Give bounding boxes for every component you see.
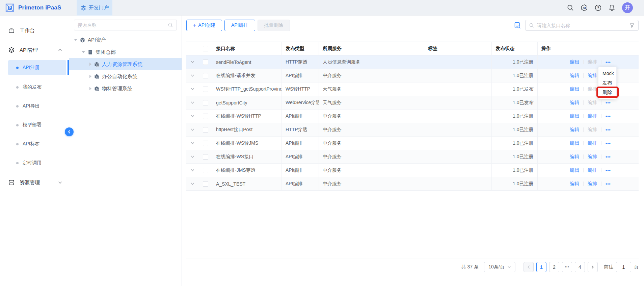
row-checkbox[interactable] [203,141,208,146]
row-expand-chevron-icon[interactable] [190,141,195,145]
tab-dev-portal[interactable]: 开发门户 [77,0,112,16]
caret-right-icon[interactable] [89,87,91,90]
table-row[interactable]: 在线编排-请求并发API编排中介服务1.0已注册编辑编排••• [186,69,639,82]
tree-node-物料管理系统[interactable]: 物料管理系统 [69,82,182,95]
row-checkbox[interactable] [203,59,208,65]
row-checkbox[interactable] [203,154,208,160]
caret-down-icon[interactable] [82,51,85,53]
edit-link[interactable]: 编辑 [570,127,579,133]
next-page-button[interactable] [588,262,598,272]
sidebar-subitem-API标签[interactable]: API标签 [8,137,66,151]
more-actions-button[interactable]: ••• [606,182,611,186]
more-actions-button[interactable]: ••• [606,114,611,119]
table-row[interactable]: 在线编排-WS转HTTPAPI编排中介服务1.0已注册编辑编排••• [186,110,639,123]
table-row[interactable]: A_SXL_TESTAPI编排中介服务1.0已注册编辑编排••• [186,177,639,191]
page-number-4[interactable]: 4 [575,262,585,272]
row-expand-chevron-icon[interactable] [190,114,195,118]
row-expand-chevron-icon[interactable] [190,154,195,159]
table-row[interactable]: WS转HTTP_getSupportProvinceWS转HTTP天气服务1.0… [186,82,639,96]
row-expand-chevron-icon[interactable] [190,127,195,132]
row-checkbox[interactable] [203,87,208,92]
more-actions-button[interactable]: ••• [606,154,611,159]
caret-down-icon[interactable] [74,39,77,41]
edit-link[interactable]: 编辑 [570,73,579,79]
select-all-checkbox[interactable] [203,46,208,51]
edit-link[interactable]: 编辑 [570,154,579,160]
sidebar-subitem-API注册[interactable]: API注册 [8,60,66,75]
orchestrate-link[interactable]: 编排 [588,167,597,173]
more-actions-button[interactable]: ••• [606,127,611,132]
more-actions-button[interactable]: ••• [606,100,611,105]
row-expand-chevron-icon[interactable] [190,168,195,172]
row-checkbox[interactable] [203,181,208,187]
table-row[interactable]: 在线编排-JMS穿透API编排中介服务1.0已注册编辑编排••• [186,164,639,177]
page-size-select[interactable]: 10条/页 [484,262,515,272]
table-row[interactable]: getSupportCityWebService穿透天气服务1.0已发布编辑编排… [186,96,639,110]
table-row[interactable]: sendFileToAgentHTTP穿透人员信息查询服务1.0已注册编辑编排•… [186,55,639,69]
edit-link[interactable]: 编辑 [570,59,579,65]
panel-collapse-button[interactable] [65,127,74,136]
page-ellipsis-button[interactable]: ••• [562,262,572,272]
cell-actions: 编辑编排••• [538,110,639,123]
orchestrate-link[interactable]: 编排 [588,113,597,119]
tree-node-人力资源管理系统[interactable]: 人力资源管理系统 [69,58,182,70]
sidebar-item-resource-management[interactable]: 资源管理 [0,174,69,191]
row-checkbox[interactable] [203,114,208,119]
goto-page-input[interactable] [616,262,631,272]
orchestrate-link[interactable]: 编排 [588,140,597,146]
table-row[interactable]: 在线编排-WS接口API编排中介服务1.0已注册编辑编排••• [186,150,639,164]
edit-link[interactable]: 编辑 [570,113,579,119]
api-create-button[interactable]: + API创建 [186,20,222,31]
sidebar-subitem-我的发布[interactable]: 我的发布 [8,80,66,94]
row-expand-chevron-icon[interactable] [190,73,195,78]
row-expand-chevron-icon[interactable] [190,100,195,105]
caret-right-icon[interactable] [89,75,91,78]
notification-bell-icon[interactable] [608,4,616,11]
menu-item-Mock[interactable]: Mock [598,69,616,78]
orchestrate-link[interactable]: 编排 [588,73,597,79]
tree-node-集团总部[interactable]: 集团总部 [69,46,182,58]
edit-link[interactable]: 编辑 [570,86,579,92]
table-row[interactable]: 在线编排-WS转JMSAPI编排中介服务1.0已注册编辑编排••• [186,137,639,150]
sidebar-subitem-模型部署[interactable]: 模型部署 [8,118,66,132]
row-expand-chevron-icon[interactable] [190,60,195,64]
row-checkbox[interactable] [203,168,208,173]
filter-funnel-icon[interactable] [629,23,635,28]
cell-api-name: 在线编排-WS转HTTP [212,110,282,123]
row-checkbox[interactable] [203,100,208,105]
row-expand-chevron-icon[interactable] [190,182,195,186]
sidebar-item-workbench[interactable]: 工作台 [0,22,69,39]
edit-link[interactable]: 编辑 [570,167,579,173]
record-search-icon[interactable] [514,22,521,29]
more-actions-button[interactable]: ••• [606,141,611,146]
user-avatar[interactable]: 开 [622,2,633,13]
more-actions-button[interactable]: ••• [606,168,611,173]
api-search-input[interactable] [537,23,626,28]
sidebar-item-api-management[interactable]: API管理 [0,42,69,58]
menu-item-删除[interactable]: 删除 [598,88,616,97]
help-icon[interactable]: ? [594,4,602,11]
page-number-1[interactable]: 1 [536,262,546,272]
api-orchestrate-button[interactable]: API编排 [224,20,255,31]
tree-node-API资产[interactable]: API资产 [69,34,182,46]
table-row[interactable]: httpRest接口PostHTTP穿透中介服务1.0已注册编辑编排••• [186,123,639,137]
sidebar-subitem-API导出[interactable]: API导出 [8,99,66,113]
menu-item-发布[interactable]: 发布 [598,78,616,88]
ai-assistant-icon[interactable]: AI [581,4,588,11]
tree-node-办公自动化系统[interactable]: 办公自动化系统 [69,70,182,82]
more-actions-button[interactable]: ••• [606,60,611,65]
search-icon[interactable] [567,4,574,11]
header-select-all [199,42,212,55]
row-expand-chevron-icon[interactable] [190,87,195,91]
edit-link[interactable]: 编辑 [570,100,579,106]
tree-search-input[interactable] [78,22,168,28]
page-number-2[interactable]: 2 [549,262,559,272]
sidebar-subitem-定时调用[interactable]: 定时调用 [8,156,66,170]
edit-link[interactable]: 编辑 [570,140,579,146]
caret-right-icon[interactable] [89,63,91,66]
orchestrate-link[interactable]: 编排 [588,181,597,187]
orchestrate-link[interactable]: 编排 [588,154,597,160]
row-checkbox[interactable] [203,127,208,133]
edit-link[interactable]: 编辑 [570,181,579,187]
row-checkbox[interactable] [203,73,208,78]
